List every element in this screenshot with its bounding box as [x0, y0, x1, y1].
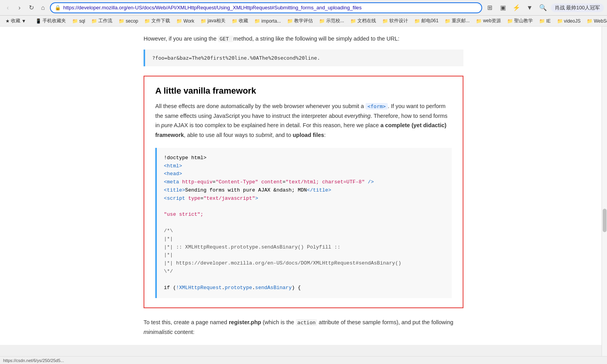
folder-icon: 📁 [587, 18, 593, 24]
bookmark-item-importa[interactable]: 📁 importa... [252, 18, 283, 25]
bookmark-item-java[interactable]: 📁 java相关 [198, 17, 228, 25]
lightning-button[interactable]: ⚡ [511, 2, 522, 13]
bookmark-label: secop [126, 18, 138, 24]
code-line-blank [164, 276, 445, 284]
dropdown-button[interactable]: ▼ [524, 2, 535, 13]
folder-icon: 📁 [144, 18, 150, 24]
bookmark-label: 软件设计 [389, 18, 408, 24]
code-block-top: ?foo=bar&baz=The%20first%20line.%0AThe%2… [144, 50, 463, 66]
bookmark-label: importa... [261, 18, 281, 24]
bottom-text2: (which is the [261, 319, 296, 325]
address-bar-row: ‹ › ↻ ⌂ 🔒 https://developer.mozilla.org/… [0, 0, 607, 16]
bookmarks-bar: ★ 收藏 ▼ 📱 手机收藏夹 📁 sql 📁 工作流 📁 secop 📁 文件下… [0, 16, 607, 27]
bookmark-item-shengshan[interactable]: 📁 聖山教学 [505, 17, 535, 25]
bookmark-label: 教学评估 [294, 18, 313, 24]
bookmark-item-docs[interactable]: 📁 文档在线 [348, 17, 378, 25]
folder-icon: 📁 [91, 18, 97, 24]
code-line: |*| https://developer.mozilla.org/en-US/… [164, 259, 445, 268]
bookmark-item-model[interactable]: 📁 示范校... [317, 17, 346, 25]
code-line: /*\ [164, 227, 445, 235]
bookmark-label: 收藏 [239, 18, 248, 24]
folder-icon: 📁 [557, 18, 563, 24]
code-line-blank [164, 203, 445, 211]
bookmark-label: videoJS [564, 18, 581, 24]
bookmark-item-videojs[interactable]: 📁 videoJS [555, 18, 583, 25]
para1-text1: All these effects are done automatically… [155, 103, 366, 109]
code-top-text: ?foo=bar&baz=The%20first%20line.%0AThe%2… [152, 55, 320, 61]
folder-icon: 📁 [445, 18, 451, 24]
bookmark-label: 文件下载 [151, 18, 170, 24]
get-code: GET [218, 36, 233, 42]
address-bar[interactable]: 🔒 https://developer.mozilla.org/en-US/do… [50, 2, 482, 13]
secure-icon: 🔒 [55, 5, 61, 11]
bookmark-item-teaching[interactable]: 📁 教学评估 [285, 17, 315, 25]
folder-icon: 📁 [319, 18, 325, 24]
bookmark-item-email[interactable]: 📁 邮电061 [412, 17, 441, 25]
refresh-button[interactable]: ↻ [27, 3, 36, 12]
chevron-icon: ▼ [21, 18, 26, 24]
folder-icon: 📁 [176, 18, 182, 24]
bookmark-item-secop[interactable]: 📁 secop [116, 18, 140, 25]
code-line: "use strict"; [164, 211, 445, 219]
toolbar-right: ⊞ ▣ ⚡ ▼ 🔍 肖战 最帅100人冠军 [485, 2, 604, 13]
bookmark-item-web[interactable]: 📁 web资源 [474, 17, 503, 25]
scrollbar-area[interactable] [602, 27, 607, 345]
folder-icon: 📁 [201, 18, 206, 24]
folder-icon: 📱 [35, 18, 41, 24]
code-line: <head> [164, 170, 445, 178]
bookmark-item-workflow[interactable]: 📁 工作流 [89, 17, 115, 25]
bookmark-item-cq[interactable]: 📁 重庆邮... [442, 17, 472, 25]
home-button[interactable]: ⌂ [38, 3, 48, 12]
grid-view-button[interactable]: ⊞ [485, 2, 495, 13]
url-text: https://developer.mozilla.org/en-US/docs… [63, 5, 477, 11]
code-sample: !doctype html> <html> <head> <meta http-… [155, 148, 452, 298]
bookmark-item-favorites[interactable]: ★ 收藏 ▼ [3, 17, 28, 25]
intro-paragraph: However, if you are using the GET method… [144, 34, 463, 43]
bookmark-label: 邮电061 [421, 18, 438, 24]
scrollbar-thumb[interactable] [603, 209, 607, 232]
folder-icon: 📁 [507, 18, 513, 24]
code-line: |*| [164, 251, 445, 259]
folder-icon: 📁 [350, 18, 356, 24]
back-button[interactable]: ‹ [3, 3, 12, 12]
bookmark-item-work[interactable]: 📁 Work [174, 18, 197, 25]
forward-button[interactable]: › [15, 3, 24, 12]
folder-icon: 📁 [414, 18, 420, 24]
code-line: !doctype html> [164, 154, 445, 162]
register-php-bold: register.php [229, 319, 261, 325]
page-body: However, if you are using the GET method… [128, 27, 479, 345]
form-tag-code: <form> [366, 103, 388, 110]
bookmark-item-collect[interactable]: 📁 收藏 [229, 17, 250, 25]
user-button[interactable]: 肖战 最帅100人冠军 [551, 4, 604, 12]
bookmark-item-webse[interactable]: 📁 WebSe... [584, 18, 607, 25]
bookmark-item-download[interactable]: 📁 文件下载 [142, 17, 172, 25]
split-view-button[interactable]: ▣ [498, 2, 509, 13]
bookmark-label: 收藏 [11, 18, 20, 24]
code-line: <title>Sending forms with pure AJAX &nda… [164, 186, 445, 195]
folder-icon: 📁 [72, 18, 78, 24]
folder-icon: 📁 [382, 18, 388, 24]
code-line: |*| :: XMLHttpRequest.prototype.sendAsBi… [164, 243, 445, 252]
bookmark-item-ie[interactable]: 📁 IE [537, 18, 553, 25]
code-line: <script type="text/javascript"> [164, 195, 445, 203]
section-paragraph: All these effects are done automatically… [155, 101, 452, 140]
bookmark-label: Work [183, 18, 194, 24]
bookmark-item-sql[interactable]: 📁 sql [70, 18, 87, 25]
browser-chrome: ‹ › ↻ ⌂ 🔒 https://developer.mozilla.org/… [0, 0, 607, 27]
folder-icon: 📁 [539, 18, 545, 24]
bottom-paragraph: To test this, create a page named regist… [144, 318, 463, 337]
search-button[interactable]: 🔍 [538, 2, 548, 13]
folder-icon: 📁 [254, 18, 260, 24]
bookmark-item-mobile[interactable]: 📱 手机收藏夹 [33, 17, 68, 25]
bookmark-label: 聖山教学 [514, 18, 533, 24]
bookmark-label: 示范校... [326, 18, 344, 24]
bookmark-label: web资源 [483, 18, 501, 24]
intro-text-before: However, if you are using the [144, 36, 217, 42]
page-content: However, if you are using the GET method… [0, 27, 607, 345]
folder-icon: 📁 [287, 18, 293, 24]
bookmark-label: IE [546, 18, 550, 24]
code-line: \*/ [164, 268, 445, 276]
bookmark-item-software[interactable]: 📁 软件设计 [380, 17, 410, 25]
intro-text-after: method, a string like the following will… [233, 36, 399, 42]
code-line: <html> [164, 162, 445, 170]
